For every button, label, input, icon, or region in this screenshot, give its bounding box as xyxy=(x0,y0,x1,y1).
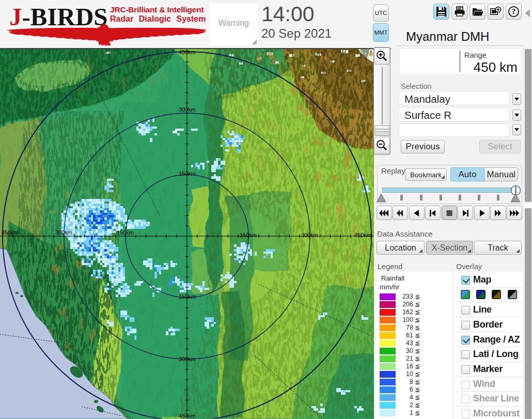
svg-text:450km: 450km xyxy=(354,232,371,238)
svg-text:?: ? xyxy=(512,7,516,15)
svg-text:450km: 450km xyxy=(179,413,196,418)
svg-text:300km: 300km xyxy=(55,229,72,236)
svg-text:150km: 150km xyxy=(179,293,196,300)
svg-text:150km: 150km xyxy=(179,170,196,177)
svg-text:300km: 300km xyxy=(301,232,318,238)
svg-text:150km: 150km xyxy=(240,232,257,238)
svg-text:150km: 150km xyxy=(117,229,134,236)
svg-text:300km: 300km xyxy=(179,356,196,362)
svg-text:300km: 300km xyxy=(179,106,196,113)
svg-text:450km: 450km xyxy=(179,49,196,55)
svg-text:450km: 450km xyxy=(2,229,19,236)
